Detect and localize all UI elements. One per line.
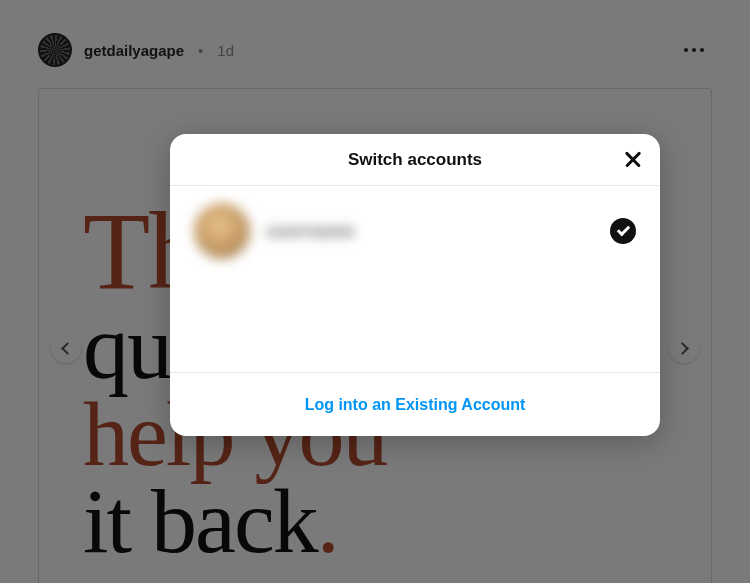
close-button[interactable]: [616, 143, 650, 177]
check-mark-icon: [616, 223, 629, 236]
modal-body: username: [170, 186, 660, 372]
selected-check-icon: [610, 218, 636, 244]
account-avatar: [194, 203, 250, 259]
modal-footer: Log into an Existing Account: [170, 372, 660, 436]
account-username: username: [266, 221, 355, 242]
modal-title: Switch accounts: [348, 150, 482, 170]
app-stage: getdailyagape • 1d Th qu help you it bac…: [0, 0, 750, 583]
account-row[interactable]: username: [194, 200, 636, 262]
login-existing-account-link[interactable]: Log into an Existing Account: [305, 396, 526, 414]
switch-accounts-modal: Switch accounts username Log into an Exi…: [170, 134, 660, 436]
account-row-left: username: [194, 203, 355, 259]
modal-header: Switch accounts: [170, 134, 660, 186]
